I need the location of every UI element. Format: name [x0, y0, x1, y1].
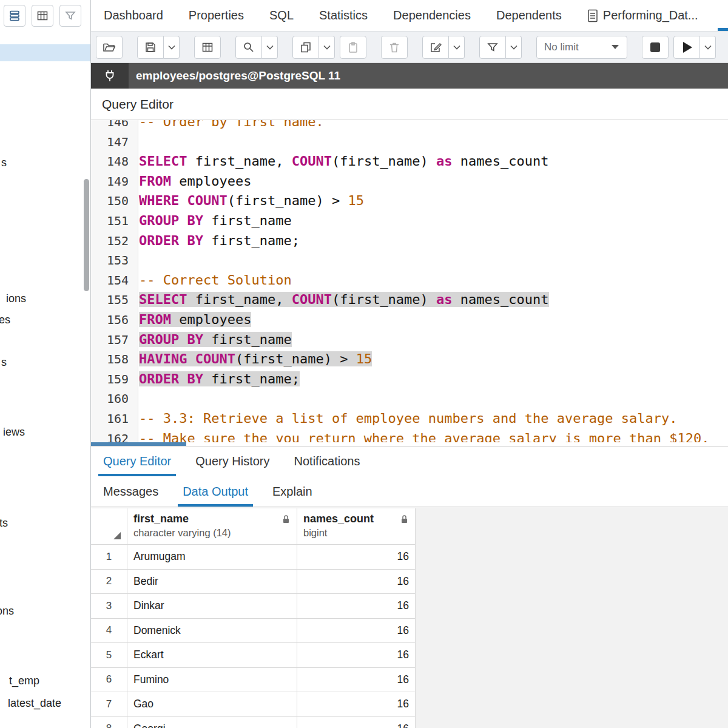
names-count-cell[interactable]: 16 — [297, 619, 416, 644]
names-count-cell[interactable]: 16 — [297, 717, 416, 728]
execute-query-button[interactable] — [673, 36, 700, 59]
tab-dependencies[interactable]: Dependencies — [380, 0, 484, 31]
tree-item[interactable]: iews — [3, 425, 25, 439]
tab-statistics[interactable]: Statistics — [306, 0, 380, 31]
stop-icon — [650, 42, 660, 52]
tab-messages[interactable]: Messages — [91, 476, 170, 507]
edit-dropdown-button[interactable] — [449, 36, 465, 59]
line-code: WHERE COUNT(first_name) > 15 — [138, 191, 364, 211]
tree-item[interactable]: t_emp — [9, 673, 39, 688]
select-all-corner[interactable] — [91, 508, 127, 545]
row-number-cell[interactable]: 5 — [91, 643, 127, 668]
lock-icon — [281, 514, 291, 524]
first-name-cell[interactable]: Eckart — [127, 643, 297, 668]
paste-button[interactable] — [340, 36, 366, 59]
line-number: 155 — [91, 290, 138, 310]
edit-grid-button[interactable] — [194, 36, 221, 59]
row-number-cell[interactable]: 2 — [91, 570, 127, 595]
line-code — [138, 132, 139, 152]
filter-search-button[interactable] — [235, 36, 262, 59]
tab-dashboard[interactable]: Dashboard — [91, 0, 176, 31]
sql-editor[interactable]: 146 -- Order by first name. 147 148 SELE… — [91, 120, 728, 442]
editor-line: 159 ORDER BY first_name; — [91, 369, 728, 389]
line-number: 154 — [91, 271, 138, 291]
object-explorer-sidebar: sionsessiewstsonst_emplatest_date — [0, 0, 91, 728]
open-file-button[interactable] — [96, 36, 123, 59]
column-header-names-count[interactable]: names_count bigint — [297, 508, 416, 545]
filter-rows-button[interactable] — [479, 36, 506, 59]
tab-notifications[interactable]: Notifications — [282, 447, 372, 476]
grid-view-button[interactable] — [32, 5, 53, 27]
row-number-cell[interactable]: 3 — [91, 594, 127, 619]
column-header-first-name[interactable]: first_name character varying (14) — [127, 508, 297, 545]
filter-tree-button[interactable] — [59, 5, 81, 27]
tab-dependents[interactable]: Dependents — [484, 0, 575, 31]
copy-dropdown-button[interactable] — [319, 36, 335, 59]
save-button[interactable] — [137, 36, 164, 59]
names-count-cell[interactable]: 16 — [297, 668, 416, 693]
line-number: 152 — [91, 231, 138, 251]
corner-triangle-icon — [113, 532, 121, 539]
tab-data-output[interactable]: Data Output — [170, 476, 260, 507]
tree-item[interactable]: s — [1, 155, 7, 170]
first-name-cell[interactable]: Fumino — [127, 668, 297, 693]
row-number-cell[interactable]: 8 — [91, 717, 127, 728]
row-limit-select[interactable]: No limit — [536, 36, 627, 59]
tab-query-history[interactable]: Query History — [183, 447, 281, 476]
tab-query-editor[interactable]: Query Editor — [91, 447, 183, 476]
tree-item[interactable]: ts — [0, 516, 8, 530]
line-code: GROUP BY first_name — [138, 330, 292, 350]
connection-bar: employees/postgres@PostgreSQL 11 — [91, 63, 728, 89]
line-code: -- Order by first name. — [138, 120, 324, 132]
filter-dropdown-button[interactable] — [262, 36, 278, 59]
first-name-cell[interactable]: Domenick — [127, 619, 297, 644]
tab-sql[interactable]: SQL — [257, 0, 306, 31]
first-name-cell[interactable]: Bedir — [127, 570, 297, 595]
tree-item[interactable]: es — [0, 312, 10, 327]
row-number-cell[interactable]: 7 — [91, 692, 127, 717]
table-row: 2 Bedir 16 — [91, 570, 416, 595]
tree-item[interactable]: ons — [0, 604, 14, 618]
execute-dropdown-button[interactable] — [700, 36, 716, 59]
names-count-cell[interactable]: 16 — [297, 594, 416, 619]
copy-icon — [300, 41, 312, 53]
tab-explain[interactable]: Explain — [260, 476, 325, 507]
first-name-cell[interactable]: Arumugam — [127, 545, 297, 570]
table-row: 6 Fumino 16 — [91, 668, 416, 693]
filter-rows-dropdown-button[interactable] — [506, 36, 522, 59]
line-number: 150 — [91, 191, 138, 211]
sidebar-icon-bar — [0, 0, 90, 32]
editor-line: 150 WHERE COUNT(first_name) > 15 — [91, 191, 728, 211]
edit-button[interactable] — [422, 36, 449, 59]
first-name-cell[interactable]: Dinkar — [127, 594, 297, 619]
editor-line: 153 — [91, 251, 728, 271]
names-count-cell[interactable]: 16 — [297, 643, 416, 668]
save-dropdown-button[interactable] — [164, 36, 180, 59]
tree-item[interactable]: latest_date — [8, 696, 61, 710]
names-count-cell[interactable]: 16 — [297, 570, 416, 595]
row-number-cell[interactable]: 6 — [91, 668, 127, 693]
sidebar-scrollbar-thumb[interactable] — [84, 179, 89, 291]
tab-query-tool[interactable]: Performing_Dat... — [575, 0, 711, 31]
line-number: 157 — [91, 330, 138, 350]
row-number-cell[interactable]: 1 — [91, 545, 127, 570]
tree-item[interactable]: s — [1, 355, 7, 369]
names-count-cell[interactable]: 16 — [297, 692, 416, 717]
editor-line: 149 FROM employees — [91, 172, 728, 192]
names-count-cell[interactable]: 16 — [297, 545, 416, 570]
table-row: 5 Eckart 16 — [91, 643, 416, 668]
funnel-icon — [64, 10, 76, 22]
first-name-cell[interactable]: Georgi — [127, 717, 297, 728]
main-panel: Dashboard Properties SQL Statistics Depe… — [91, 0, 728, 728]
server-browser-button[interactable] — [4, 5, 25, 27]
selected-tree-item[interactable] — [0, 44, 90, 61]
cancel-query-button[interactable] — [642, 36, 669, 59]
tree-item[interactable]: ions — [6, 291, 26, 306]
caret-down-icon — [611, 44, 619, 50]
tab-properties[interactable]: Properties — [176, 0, 257, 31]
row-number-cell[interactable]: 4 — [91, 619, 127, 644]
copy-button[interactable] — [292, 36, 319, 59]
first-name-cell[interactable]: Gao — [127, 692, 297, 717]
connection-status[interactable] — [91, 63, 129, 89]
delete-button[interactable] — [381, 36, 408, 59]
